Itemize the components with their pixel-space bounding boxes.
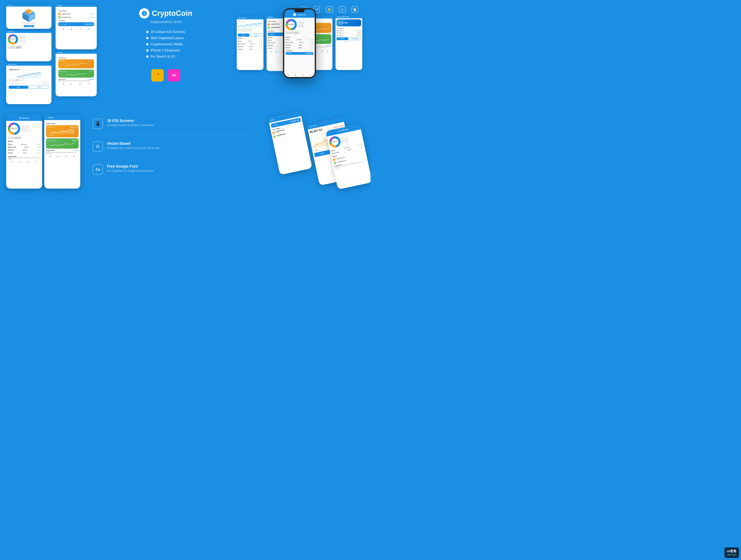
side-buy-btn[interactable]: BUY bbox=[238, 34, 250, 37]
bp2-nav-settings[interactable]: ⚙ bbox=[73, 155, 75, 158]
header-status: 9:41 ●●●● bbox=[7, 5, 12, 6]
grid-icon-3: 🔔 bbox=[326, 6, 333, 13]
btc-trading-card[interactable]: Bitcoin (BTC) $6,507.13 bbox=[58, 59, 94, 68]
bp2-nav-chart[interactable]: 📈 bbox=[65, 155, 67, 158]
nav-home-hero[interactable]: ⊞ bbox=[288, 74, 289, 76]
bch-trading-card[interactable]: Bitcoin Cash AcH $325.88 bbox=[58, 70, 94, 78]
sell-button[interactable]: ⬆ SELL bbox=[29, 86, 49, 89]
bp1-nav-settings[interactable]: ⚙ bbox=[35, 161, 37, 163]
mkt-eth: Ethereum bbox=[238, 46, 244, 47]
tx-bought-amount: +$1,037.50 bbox=[356, 30, 361, 31]
b-leg-bch: ● BCH 20.9% bbox=[22, 127, 41, 128]
bp2-menu[interactable]: ⋮ bbox=[77, 117, 78, 119]
btc-today-price: $6,507.53 bbox=[15, 79, 20, 81]
send-btn[interactable]: ⬆ SEND bbox=[337, 37, 348, 40]
nav-home[interactable]: ⊞ bbox=[62, 28, 64, 30]
nav-settings-hero[interactable]: ⚙ bbox=[310, 74, 311, 76]
hero-mkt-bch-ch: +3.99% bbox=[310, 42, 314, 43]
phone-notch bbox=[294, 9, 305, 12]
nav-home3[interactable]: ⊞ bbox=[270, 51, 272, 53]
bp2-btc-chart bbox=[47, 128, 77, 134]
legend-bch: ● BCH 20.9% bbox=[19, 38, 50, 39]
bp2-btc-down: -$0.40 / -0.95% bbox=[47, 135, 54, 136]
center-feature-area: ₿ CryptoCoin Cryptocurrency UI Kit 19 Un… bbox=[101, 4, 230, 86]
hero-legend-eth: ● ETH 9.1% bbox=[298, 25, 314, 26]
top-section: 9:41 ●●●● Buy and sell digital currencie… bbox=[0, 0, 370, 108]
get-started-btn[interactable]: GET STARTED bbox=[8, 25, 50, 27]
crypto-charts-label: Crypto Charts bbox=[58, 57, 94, 58]
nav-settings4[interactable]: ⚙ bbox=[327, 50, 329, 53]
nav-wallet-hero[interactable]: ◈ bbox=[295, 74, 296, 76]
tilted-p3-name: CryptoCoin bbox=[340, 128, 349, 132]
feature-block-0: 📱 19 iOS Screens 19 unique screens in iP… bbox=[92, 119, 249, 135]
bp2-nav-home[interactable]: ⊞ bbox=[50, 155, 51, 158]
feature-desc-0: 19 unique screens in iPhone X dimensions bbox=[107, 124, 249, 127]
nav-chart2[interactable]: 📈 bbox=[79, 82, 81, 85]
nav-chart-hero[interactable]: 📈 bbox=[301, 74, 304, 76]
bch-wallet-item[interactable]: B 2.54304980 BCH +$315.80 bbox=[58, 16, 94, 19]
feature-label-3: iPhone X Dimension bbox=[150, 49, 180, 52]
nav-wallet3[interactable]: ◈ bbox=[276, 51, 277, 53]
bp2-nav-wallet[interactable]: ◈ bbox=[57, 155, 59, 158]
bp2-bch-card[interactable]: Bitcoin Cash AcH $325.88 bbox=[46, 138, 79, 149]
bp2-bch-chart bbox=[47, 141, 77, 146]
btc-bottom-rate: Rate: $6,507.53 / BTC bbox=[337, 41, 361, 42]
nav-wallet[interactable]: ◈ bbox=[71, 28, 72, 30]
nav-chart[interactable]: 📈 bbox=[79, 28, 81, 30]
bottom-donut-row: $8,417.50 Investment ● BTC 48.8% ● BCH 2… bbox=[8, 123, 41, 135]
wallets-title: Wallets bbox=[58, 5, 62, 6]
receive-btn[interactable]: ⬇ RECEIVE bbox=[349, 37, 361, 40]
bp2-see-more[interactable]: SEE MORE bbox=[73, 150, 79, 151]
nav-wallet2[interactable]: ◈ bbox=[71, 82, 72, 85]
feature-desc-2: Exo 2 typeface on Google fonts used here bbox=[107, 170, 249, 172]
bottom-p2-body: Crypto Charts Bitcoin (BTC) $6,507.13 -$… bbox=[44, 120, 80, 160]
tx-sold-amount: -$194.53 bbox=[357, 32, 361, 34]
wallets-back[interactable]: ‹ bbox=[57, 5, 57, 6]
bp1-nav-home[interactable]: ⊞ bbox=[11, 161, 13, 163]
trading-menu[interactable]: ⋮ bbox=[62, 52, 64, 53]
tm-bch-pr: $441.35 bbox=[347, 149, 351, 151]
side-phone-header: ‹ Bitcoin (BTC) bbox=[237, 16, 263, 19]
tilted-p2-back[interactable]: ‹ bbox=[309, 126, 310, 128]
side-btc-subval: +$10,000 bbox=[271, 25, 279, 26]
hero-mkt-btc-pr: $5,273.54 bbox=[297, 39, 302, 40]
brand-logo: ₿ CryptoCoin bbox=[139, 8, 192, 18]
buy-button[interactable]: BUY bbox=[9, 86, 28, 89]
hero-mkt-btc-ch: +36.09% bbox=[310, 39, 314, 40]
feature-label-0: 19 Unique iOS Screens bbox=[150, 30, 185, 34]
bp1-btc: Bitcoin $5,273.54 +36.09% bbox=[8, 143, 41, 146]
phone3-title: Bitcoin (BTC) bbox=[8, 64, 16, 65]
side-markets: Markets June Bitcoin $5,273.54 +36.09% B… bbox=[238, 38, 262, 51]
tilted-donut-sub: Total bbox=[334, 142, 336, 143]
legend-btc: ● BTC 48.8% bbox=[19, 37, 50, 38]
nav-settings2[interactable]: ⚙ bbox=[88, 82, 90, 85]
hero-usd-item[interactable]: US Dollar $ 6,507.53 bbox=[285, 52, 314, 55]
bp1-nav-chart[interactable]: 📈 bbox=[26, 161, 29, 163]
bp2-back[interactable]: ‹ bbox=[46, 117, 47, 118]
trading-back[interactable]: ‹ bbox=[57, 52, 57, 53]
bottom-donut-lbl: Investment bbox=[12, 129, 16, 130]
bp1-bch-ch: +3.99% bbox=[36, 146, 41, 148]
btc-wallet-item[interactable]: ₿ 1.93287708 BTC +$10,000 bbox=[58, 12, 94, 16]
phone3-back[interactable]: ‹ bbox=[7, 64, 8, 65]
hero-donut-sub: Total Investment bbox=[288, 25, 294, 26]
feature-icon-vector: ⚙ bbox=[92, 141, 103, 152]
side-btc-actions: BUY ⬆ SELL bbox=[238, 34, 262, 37]
bp2-bch-header: Bitcoin Cash AcH $325.88 bbox=[47, 140, 77, 141]
btc-chart bbox=[9, 71, 49, 79]
usd-wallet-item[interactable]: $ US Dollar $ 6,507.53 bbox=[58, 22, 94, 26]
nav-settings[interactable]: ⚙ bbox=[88, 28, 90, 30]
btc-wallet-amount: 1.93287708 BTC bbox=[9, 69, 49, 70]
nav-home2[interactable]: ⊞ bbox=[62, 82, 64, 85]
wallets-menu[interactable]: ⋮ bbox=[62, 5, 63, 6]
bp2-title: Trading bbox=[48, 117, 53, 118]
phone3-menu[interactable]: ⋮ bbox=[16, 64, 18, 65]
bp2-btc-card[interactable]: Bitcoin (BTC) $6,507.13 -$0.40 / -0.95% bbox=[46, 125, 79, 137]
bp1-btc-ch: +36.09% bbox=[36, 144, 41, 145]
nav-chart4[interactable]: 📈 bbox=[321, 50, 323, 53]
side-btc-price: $6,507.53 +3.68% bbox=[244, 28, 253, 30]
bp1-nav-wallet[interactable]: ◈ bbox=[19, 161, 21, 163]
side-sell-btn[interactable]: ⬆ SELL bbox=[250, 34, 262, 37]
stat-low: Low Price bbox=[314, 149, 319, 151]
side-transactions-section: Transactions Bought Bitcoins +$1,037.50 … bbox=[337, 27, 361, 37]
